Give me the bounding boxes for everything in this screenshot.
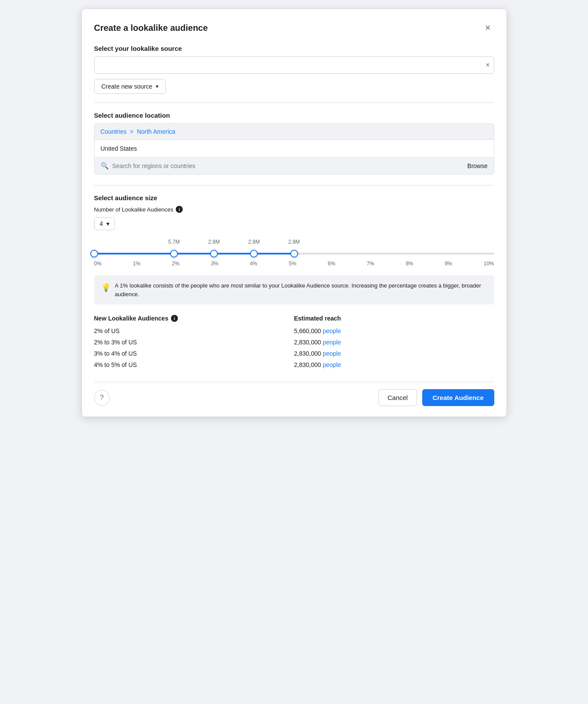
above-value-3: 2.8M: [248, 239, 260, 245]
reach-people-4: people: [323, 361, 341, 368]
slider-track-wrap[interactable]: [94, 249, 494, 258]
slider-thumb-4[interactable]: [290, 250, 298, 258]
close-button[interactable]: ×: [482, 21, 494, 34]
tick-1: 1%: [133, 261, 140, 267]
reach-people-3: people: [323, 350, 341, 357]
cancel-button[interactable]: Cancel: [378, 389, 417, 406]
slider-thumb-1[interactable]: [170, 250, 178, 258]
create-source-dropdown-arrow: ▾: [156, 83, 158, 89]
audience-row-3-label: 3% to 4% of US: [94, 349, 294, 358]
col1-header-text: New Lookalike Audiences: [94, 315, 168, 322]
audience-row-2-label: 2% to 3% of US: [94, 337, 294, 347]
tick-8: 8%: [406, 261, 413, 267]
slider-thumb-3[interactable]: [250, 250, 258, 258]
audience-row-1-label: 2% of US: [94, 326, 294, 336]
slider-thumb-0[interactable]: [90, 250, 98, 258]
browse-link[interactable]: Browse: [467, 162, 488, 169]
slider-track-fill: [94, 253, 294, 254]
search-icon: 🔍: [101, 162, 109, 170]
num-value: 4: [100, 220, 103, 227]
slider-thumb-2[interactable]: [210, 250, 218, 258]
source-search-wrap: ×: [94, 56, 494, 74]
tick-0: 0%: [94, 261, 102, 267]
tick-5: 5%: [289, 261, 296, 267]
num-dropdown[interactable]: 4 ▾: [94, 217, 115, 230]
breadcrumb-countries[interactable]: Countries: [101, 128, 127, 135]
modal-title: Create a lookalike audience: [94, 23, 208, 33]
create-source-button[interactable]: Create new source ▾: [94, 79, 166, 94]
tick-10: 10%: [483, 261, 494, 267]
tick-6: 6%: [328, 261, 335, 267]
source-section-label: Select your lookalike source: [94, 45, 494, 52]
location-section-label: Select audience location: [94, 112, 494, 119]
modal-container: Create a lookalike audience × Select you…: [82, 9, 507, 417]
tick-2: 2%: [172, 261, 179, 267]
audiences-table: New Lookalike Audiences i Estimated reac…: [94, 315, 494, 370]
help-icon: ?: [100, 394, 104, 402]
source-search-input[interactable]: [94, 56, 494, 74]
source-search-clear-button[interactable]: ×: [486, 61, 489, 69]
size-section-label: Select audience size: [94, 194, 494, 202]
breadcrumb-bar: Countries > North America: [95, 124, 494, 140]
slider-container: 5.7M 2.8M 2.8M 2.8M 0% 1% 2: [94, 239, 494, 267]
location-box: Countries > North America United States …: [94, 123, 494, 175]
help-button[interactable]: ?: [94, 390, 110, 406]
source-section: Select your lookalike source × Create ne…: [94, 45, 494, 94]
tick-4: 4%: [250, 261, 257, 267]
above-value-1: 5.7M: [168, 239, 180, 245]
modal-header: Create a lookalike audience ×: [94, 21, 494, 34]
num-info-icon[interactable]: i: [176, 206, 183, 213]
hint-icon: 💡: [101, 282, 111, 294]
slider-tick-labels: 0% 1% 2% 3% 4% 5% 6% 7% 8% 9% 10%: [94, 261, 494, 267]
num-label: Number of Lookalike Audiences i: [94, 206, 494, 213]
footer-actions: Cancel Create Audience: [378, 389, 494, 406]
audience-row-2-reach: 2,830,000 people: [294, 337, 494, 347]
audience-row-1-reach: 5,660,000 people: [294, 326, 494, 336]
col2-header-text: Estimated reach: [294, 315, 341, 322]
size-section: Select audience size Number of Lookalike…: [94, 194, 494, 267]
above-value-2: 2.8M: [208, 239, 220, 245]
breadcrumb-separator: >: [130, 128, 133, 135]
tick-7: 7%: [367, 261, 374, 267]
reach-people-2: people: [323, 339, 341, 346]
col1-header: New Lookalike Audiences i: [94, 315, 294, 322]
above-value-4: 2.8M: [288, 239, 300, 245]
breadcrumb-region[interactable]: North America: [137, 128, 175, 135]
selected-location: United States: [95, 140, 494, 158]
tick-9: 9%: [445, 261, 452, 267]
location-search-bar: 🔍 Browse: [95, 158, 494, 174]
slider-above-labels: 5.7M 2.8M 2.8M 2.8M: [94, 239, 494, 249]
create-audience-button[interactable]: Create Audience: [422, 389, 494, 406]
col1-info-icon[interactable]: i: [171, 315, 178, 322]
hint-box: 💡 A 1% lookalike consists of the people …: [94, 275, 494, 304]
num-dropdown-arrow: ▾: [106, 220, 109, 227]
location-search-input[interactable]: [112, 162, 464, 169]
divider-2: [94, 185, 494, 185]
col2-header: Estimated reach: [294, 315, 494, 322]
divider-1: [94, 102, 494, 103]
location-section: Select audience location Countries > Nor…: [94, 112, 494, 175]
create-source-label: Create new source: [102, 83, 153, 90]
num-label-text: Number of Lookalike Audiences: [94, 206, 174, 213]
reach-people-1: people: [323, 327, 341, 334]
audience-row-4-label: 4% to 5% of US: [94, 360, 294, 370]
modal-footer: ? Cancel Create Audience: [94, 382, 494, 406]
audience-row-3-reach: 2,830,000 people: [294, 349, 494, 358]
audience-row-4-reach: 2,830,000 people: [294, 360, 494, 370]
hint-text: A 1% lookalike consists of the people wh…: [115, 281, 487, 298]
tick-3: 3%: [211, 261, 218, 267]
